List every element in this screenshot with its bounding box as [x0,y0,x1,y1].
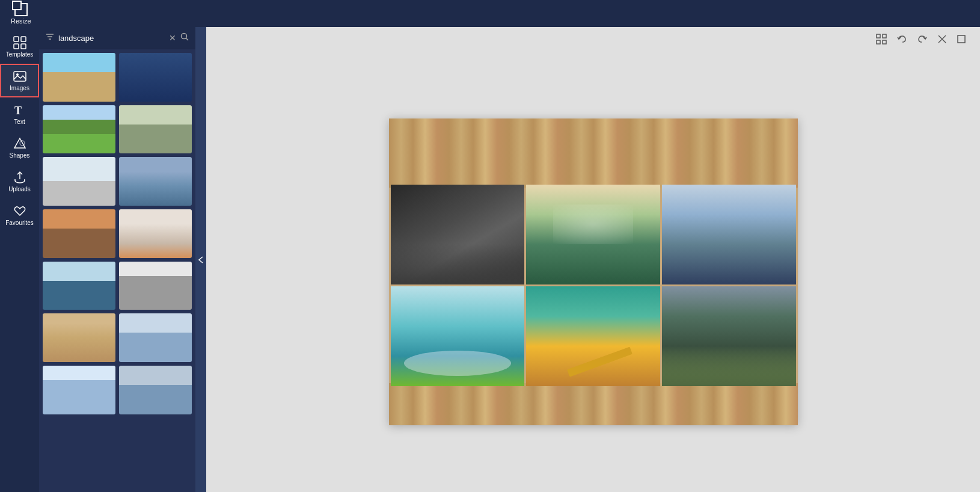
thumbnail-2[interactable] [119,53,192,102]
sidebar-item-uploads-label: Uploads [8,186,31,192]
canvas-photo-2[interactable] [526,185,660,284]
svg-rect-4 [14,72,26,81]
svg-rect-3 [21,44,26,49]
thumbnail-13[interactable] [43,366,115,414]
sidebar-item-text-label: Text [14,118,25,125]
thumbnail-12[interactable] [119,313,192,362]
canvas-photo-1[interactable] [391,185,525,284]
sidebar-item-favourites[interactable]: Favourites [0,198,39,232]
thumbnail-6[interactable] [119,157,192,206]
canvas-frame[interactable] [389,118,798,425]
canvas-photo-4[interactable] [391,286,525,386]
sidebar-item-favourites-label: Favourites [5,220,34,226]
thumbnail-14[interactable] [119,366,192,414]
search-bar: ✕ [39,27,195,49]
svg-text:T: T [14,105,22,117]
thumbnail-1[interactable] [43,53,115,102]
undo-button[interactable] [895,32,909,46]
canvas-toolbar [206,27,980,51]
svg-rect-17 [883,40,886,44]
close-canvas-button[interactable] [936,32,949,46]
thumbnail-3[interactable] [43,105,115,154]
canvas-photo-6[interactable] [662,286,796,386]
svg-rect-20 [958,35,965,43]
redo-button[interactable] [915,32,929,46]
expand-button[interactable] [955,32,968,46]
canvas-area [206,27,980,492]
resize-icon [14,3,28,16]
svg-point-12 [182,34,187,39]
grid-icon [13,36,26,49]
thumbnail-11[interactable] [43,313,115,362]
sidebar-item-text[interactable]: T Text [0,97,39,131]
svg-rect-16 [877,40,880,44]
svg-rect-1 [21,37,26,42]
thumbnails-grid [39,49,195,492]
svg-rect-2 [14,44,19,49]
resize-button[interactable]: Resize [7,1,35,27]
sidebar-item-templates-label: Templates [6,51,34,58]
sidebar-item-shapes-label: Shapes [10,152,30,159]
thumbnail-4[interactable] [119,105,192,154]
filter-icon[interactable] [45,32,55,44]
svg-line-13 [186,38,189,41]
thumbnail-5[interactable] [43,157,115,206]
sidebar-icons: Templates Images T Text Shapes [0,27,39,492]
resize-label: Resize [11,17,31,25]
photo-grid [391,185,796,386]
svg-rect-0 [14,37,19,42]
sidebar-item-images[interactable]: Images [0,64,39,97]
svg-rect-15 [883,34,886,38]
top-bar: Resize [0,0,980,27]
text-icon: T [13,103,26,117]
canvas-photo-5[interactable] [526,286,660,386]
heart-icon [13,204,26,218]
upload-icon [13,171,26,184]
grid-view-button[interactable] [874,32,889,46]
sidebar-item-shapes[interactable]: Shapes [0,131,39,165]
search-input[interactable] [58,34,165,43]
thumbnail-8[interactable] [119,209,192,258]
wood-top-texture [389,118,798,188]
main-layout: Templates Images T Text Shapes [0,27,980,492]
canvas-wrapper [206,51,980,492]
sidebar-item-images-label: Images [10,85,29,91]
clear-search-button[interactable]: ✕ [169,33,176,43]
thumbnail-9[interactable] [43,262,115,310]
sidebar-item-uploads[interactable]: Uploads [0,165,39,198]
shapes-icon [13,137,26,150]
thumbnail-7[interactable] [43,209,115,258]
thumbnail-10[interactable] [119,262,192,310]
search-panel: ✕ [39,27,195,492]
svg-rect-14 [877,34,880,38]
wood-bottom-texture [389,383,798,425]
sidebar-item-templates[interactable]: Templates [0,30,39,64]
image-icon [13,70,26,83]
collapse-panel-button[interactable] [195,27,206,492]
search-button[interactable] [180,32,189,44]
canvas-photo-3[interactable] [662,185,796,284]
